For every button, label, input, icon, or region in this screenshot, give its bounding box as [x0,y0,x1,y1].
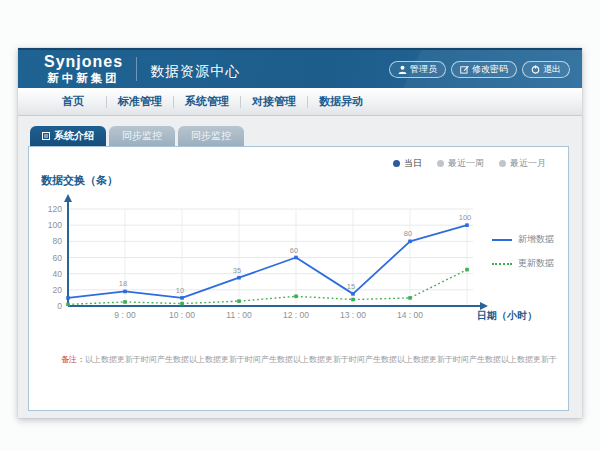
svg-text:80: 80 [53,236,63,246]
svg-text:12 : 00: 12 : 00 [283,310,309,320]
current-user-label: 管理员 [410,63,437,76]
chart-panel: 当日 最近一周 最近一月 数据交换（条） 0204060801001209 : … [28,146,569,411]
svg-text:14 : 00: 14 : 00 [397,310,423,320]
y-axis-title: 数据交换（条） [41,173,118,188]
svg-text:100: 100 [48,220,62,230]
svg-text:9 : 00: 9 : 00 [114,310,136,320]
chart-svg: 0204060801001209 : 0010 : 0011 : 0012 : … [29,191,570,331]
svg-text:11 : 00: 11 : 00 [226,310,252,320]
svg-text:13 : 00: 13 : 00 [340,310,366,320]
svg-text:20: 20 [53,285,63,295]
main-nav: 首页 标准管理 系统管理 对接管理 数据异动 [18,88,582,116]
change-password-label: 修改密码 [472,63,508,76]
legend-label: 更新数据 [518,257,554,270]
content-area: 系统介绍 同步监控 同步监控 当日 最近一周 [18,116,582,411]
legend-item-new-data[interactable]: 新增数据 [492,233,554,246]
logo-subtext: 新中新集团 [44,73,123,85]
svg-text:80: 80 [404,229,412,238]
radio-last-month[interactable]: 最近一月 [499,157,546,170]
note-text: 以上数据更新于时间产生数据以上数据更新于时间产生数据以上数据更新于时间产生数据以… [85,355,557,364]
nav-item-standard-mgmt[interactable]: 标准管理 [107,94,173,109]
svg-text:60: 60 [53,253,63,263]
svg-text:10: 10 [176,286,184,295]
app-window: Synjones 新中新集团 数据资源中心 管理员 修改密码 [18,48,582,418]
edit-icon [460,65,469,74]
footer-note: 备注：以上数据更新于时间产生数据以上数据更新于时间产生数据以上数据更新于时间产生… [61,354,566,365]
nav-item-docking-mgmt[interactable]: 对接管理 [241,94,307,109]
app-header: Synjones 新中新集团 数据资源中心 管理员 修改密码 [18,48,582,88]
svg-text:18: 18 [119,279,127,288]
tab-bar: 系统介绍 同步监控 同步监控 [30,126,582,146]
dotted-line-swatch [492,263,512,265]
tab-label: 同步监控 [122,129,162,143]
change-password-button[interactable]: 修改密码 [451,61,517,78]
power-icon [531,65,540,74]
svg-text:60: 60 [290,246,298,255]
svg-text:10 : 00: 10 : 00 [169,310,195,320]
svg-text:40: 40 [53,269,63,279]
time-range-options: 当日 最近一周 最近一月 [393,157,546,170]
radio-last-week[interactable]: 最近一周 [437,157,484,170]
tab-sync-monitor-1[interactable]: 同步监控 [109,126,175,146]
tab-sync-monitor-2[interactable]: 同步监控 [178,126,244,146]
radio-label: 最近一月 [510,157,546,170]
radio-dot [393,160,400,167]
radio-dot [437,160,444,167]
svg-text:15: 15 [347,282,355,291]
user-menu: 管理员 修改密码 退出 [389,61,570,78]
svg-text:35: 35 [233,266,241,275]
radio-dot [499,160,506,167]
nav-item-system-mgmt[interactable]: 系统管理 [174,94,240,109]
document-icon [42,131,50,142]
tab-label: 同步监控 [191,129,231,143]
legend-item-updated-data[interactable]: 更新数据 [492,257,554,270]
company-logo: Synjones 新中新集团 [44,54,123,85]
svg-text:0: 0 [57,301,62,311]
radio-today[interactable]: 当日 [393,157,422,170]
logout-label: 退出 [543,63,561,76]
radio-label: 最近一周 [448,157,484,170]
logout-button[interactable]: 退出 [522,61,570,78]
current-user-button[interactable]: 管理员 [389,61,446,78]
note-prefix: 备注： [61,355,85,364]
tab-system-intro[interactable]: 系统介绍 [30,126,106,146]
solid-line-swatch [492,239,512,241]
nav-item-home[interactable]: 首页 [40,94,106,109]
svg-text:120: 120 [48,204,62,214]
user-icon [398,65,407,74]
logo-text: Synjones [44,54,123,70]
chart-legend: 新增数据 更新数据 [492,233,554,270]
svg-text:100: 100 [459,213,472,222]
nav-item-data-change[interactable]: 数据异动 [308,94,374,109]
legend-label: 新增数据 [518,233,554,246]
svg-text:日期（小时）: 日期（小时） [477,310,537,321]
tab-label: 系统介绍 [54,129,94,143]
header-divider [136,57,137,81]
app-title: 数据资源中心 [150,63,240,81]
radio-label: 当日 [404,157,422,170]
